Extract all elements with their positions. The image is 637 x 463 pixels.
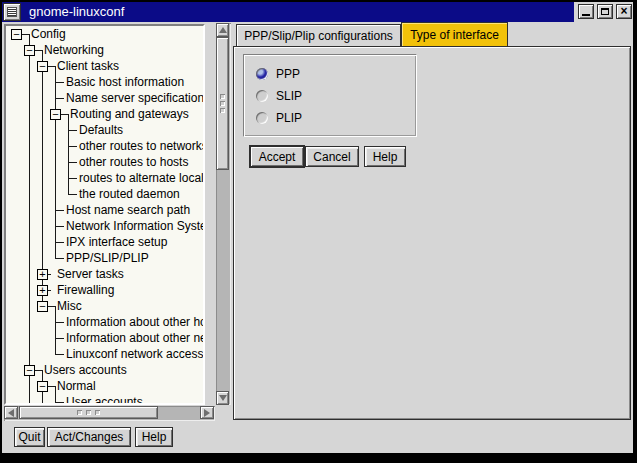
tree-item[interactable]: Server tasks: [57, 266, 124, 282]
tree-expander-minus-icon[interactable]: −: [50, 109, 61, 120]
horizontal-scroll-thumb[interactable]: [19, 406, 158, 419]
tree-expander-plus-icon[interactable]: +: [37, 269, 48, 280]
tree-item[interactable]: other routes to networks: [79, 138, 203, 154]
cancel-button[interactable]: Cancel: [305, 146, 359, 167]
help-button[interactable]: Help: [364, 146, 406, 167]
radio-row-plip[interactable]: PLIP: [256, 112, 302, 124]
tree-item[interactable]: Network Information System: [66, 218, 203, 234]
tree-expander-minus-icon[interactable]: −: [24, 45, 35, 56]
tree-item[interactable]: Information about other netw: [66, 330, 203, 346]
tree-line: [29, 266, 30, 282]
scroll-right-button[interactable]: [200, 406, 214, 419]
tree-item[interactable]: Basic host information: [66, 74, 184, 90]
tree-line: [29, 378, 30, 394]
window-menu-icon: [7, 7, 17, 17]
maximize-button[interactable]: [597, 4, 613, 19]
tree-line: [29, 394, 30, 405]
tree-expander-plus-icon[interactable]: +: [37, 285, 48, 296]
tree-item[interactable]: Linuxconf network access: [66, 346, 203, 362]
radio-slip[interactable]: [256, 90, 268, 102]
tree-item[interactable]: Firewalling: [57, 282, 114, 298]
tree-expander-minus-icon[interactable]: −: [37, 61, 48, 72]
tree-line: [29, 282, 30, 298]
tree-line: [55, 154, 56, 170]
close-icon: ×: [620, 6, 627, 17]
tree-item[interactable]: PPP/SLIP/PLIP: [66, 250, 149, 266]
accept-button[interactable]: Accept: [250, 146, 304, 167]
radio-plip[interactable]: [256, 112, 268, 124]
tree-line: [68, 114, 69, 122]
tree-item[interactable]: Defaults: [79, 122, 123, 138]
tree-item[interactable]: Users accounts: [44, 362, 127, 378]
tree-line: [55, 394, 56, 405]
tree-item[interactable]: Information about other hosts: [66, 314, 203, 330]
tree-line: [29, 106, 30, 122]
tree-line: [42, 90, 43, 106]
tab-type-of-interface[interactable]: Type of interface: [401, 22, 508, 46]
tree-item[interactable]: Normal: [57, 378, 96, 394]
radio-row-ppp[interactable]: PPP: [256, 68, 300, 80]
tree-item[interactable]: the routed daemon: [79, 186, 180, 202]
tree-line: [29, 138, 30, 154]
app-window: gnome-linuxconf × −Config−Networking−Cli…: [0, 0, 637, 463]
tree-expander-minus-icon[interactable]: −: [37, 301, 48, 312]
tree-item[interactable]: Name server specification (D: [66, 90, 203, 106]
tree-item[interactable]: Networking: [44, 42, 104, 58]
tree-line: [29, 186, 30, 202]
tree-line: [29, 250, 30, 266]
scroll-up-button[interactable]: [216, 23, 229, 37]
radio-row-slip[interactable]: SLIP: [256, 90, 302, 102]
tree-item[interactable]: Client tasks: [57, 58, 119, 74]
tree-item[interactable]: Host name search path: [66, 202, 190, 218]
scroll-left-button[interactable]: [4, 406, 18, 419]
tree-line: [29, 218, 30, 234]
tree-line: [55, 82, 64, 83]
tab-content: PPP SLIP PLIP Accept Cancel Help: [233, 46, 631, 420]
tree-line: [42, 186, 43, 202]
tree-line: [29, 122, 30, 138]
tree-item[interactable]: other routes to hosts: [79, 154, 188, 170]
tree-line: [29, 202, 30, 218]
tree-horizontal-scrollbar[interactable]: [4, 406, 215, 421]
tree-item[interactable]: routes to alternate local ne: [79, 170, 203, 186]
tree-line: [55, 138, 56, 154]
tree-line: [55, 226, 64, 227]
tree-line: [29, 314, 30, 330]
act-changes-button[interactable]: Act/Changes: [47, 427, 131, 447]
scroll-down-button[interactable]: [216, 391, 229, 405]
grip-dots-icon: [220, 92, 225, 115]
tree-line: [29, 90, 30, 106]
quit-button[interactable]: Quit: [14, 427, 45, 447]
tree-item[interactable]: User accounts: [66, 394, 143, 405]
tree-line: [42, 250, 43, 266]
window-menu-button[interactable]: [3, 3, 21, 21]
window-inner-frame: gnome-linuxconf × −Config−Networking−Cli…: [2, 2, 633, 453]
tree-line: [29, 346, 30, 362]
tree-line: [68, 130, 77, 131]
tree-line: [42, 74, 43, 90]
tree-expander-minus-icon[interactable]: −: [11, 29, 22, 40]
tree-vertical-scrollbar[interactable]: [216, 23, 231, 405]
radio-ppp[interactable]: [256, 68, 268, 80]
minimize-icon: [582, 14, 590, 16]
tree-item[interactable]: Misc: [57, 298, 82, 314]
arrow-down-icon: [219, 395, 227, 401]
tree-expander-minus-icon[interactable]: −: [24, 365, 35, 376]
tree-line: [29, 34, 30, 42]
tree-item[interactable]: Routing and gateways: [70, 106, 189, 122]
tree-line: [42, 122, 43, 138]
tree-line: [42, 234, 43, 250]
vertical-scroll-thumb[interactable]: [216, 37, 229, 170]
help-button-main[interactable]: Help: [135, 427, 173, 447]
interface-type-frame: PPP SLIP PLIP: [243, 54, 417, 137]
tree-expander-minus-icon[interactable]: −: [37, 381, 48, 392]
tab-ppp-slip-plip-configurations[interactable]: PPP/Slip/Plip configurations: [236, 24, 401, 46]
tree-line: [42, 154, 43, 170]
tree-item[interactable]: IPX interface setup: [66, 234, 167, 250]
tree-line: [55, 402, 64, 403]
tree-line: [42, 106, 43, 122]
close-button[interactable]: ×: [616, 4, 632, 19]
minimize-button[interactable]: [578, 4, 594, 19]
tree-line: [42, 170, 43, 186]
tree-item[interactable]: Config: [31, 26, 66, 42]
